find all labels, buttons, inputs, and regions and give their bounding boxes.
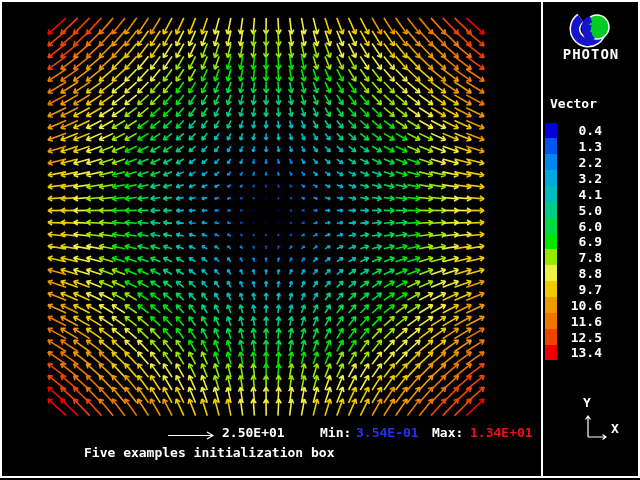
legend-entry: 12.5 [545,329,602,345]
legend-swatch [545,265,557,282]
legend-value: 11.6 [557,314,602,329]
legend-swatch [545,186,557,203]
legend-swatch [545,329,557,346]
legend-swatch [545,281,557,298]
legend-entry: 4.1 [545,186,602,202]
legend-swatch [545,138,557,155]
x-axis-label: X [611,422,619,436]
legend-value: 9.7 [557,282,602,297]
photon-app-window: PHOTON Vector 0.41.32.23.24.15.06.06.97.… [0,0,640,480]
legend-value: 5.0 [557,203,602,218]
legend-swatch [545,123,557,140]
axis-arrows-icon [582,412,610,440]
photon-logo-label: PHOTON [543,47,639,61]
legend-entry: 2.2 [545,155,602,171]
reference-arrow-icon [167,430,217,440]
legend-entry: 11.6 [545,313,602,329]
legend-value: 12.5 [557,330,602,345]
reference-arrow-value: 2.50E+01 [222,426,285,440]
window-border [0,0,640,478]
legend-entry: 7.8 [545,250,602,266]
color-legend: 0.41.32.23.24.15.06.06.97.88.89.710.611.… [545,123,602,361]
legend-value: 4.1 [557,187,602,202]
legend-swatch [545,218,557,235]
sidebar-divider [541,2,543,476]
legend-value: 6.9 [557,234,602,249]
legend-swatch [545,345,557,362]
legend-entry: 8.8 [545,266,602,282]
legend-value: 1.3 [557,139,602,154]
legend-entry: 9.7 [545,282,602,298]
legend-value: 3.2 [557,171,602,186]
legend-entry: 3.2 [545,171,602,187]
legend-entry: 13.4 [545,345,602,361]
min-label: Min: [320,426,351,440]
y-axis-label: Y [583,396,591,410]
legend-swatch [545,297,557,314]
min-value: 3.54E-01 [356,426,419,440]
legend-entry: 10.6 [545,297,602,313]
legend-entry: 5.0 [545,202,602,218]
legend-entry: 6.9 [545,234,602,250]
legend-swatch [545,313,557,330]
legend-value: 0.4 [557,123,602,138]
photon-logo-icon [569,10,613,48]
plot-caption: Five examples initialization box [84,446,334,460]
max-label: Max: [432,426,463,440]
legend-value: 13.4 [557,345,602,360]
legend-swatch [545,249,557,266]
legend-swatch [545,202,557,219]
legend-title: Vector [550,97,597,111]
max-value: 1.34E+01 [470,426,533,440]
legend-swatch [545,234,557,251]
legend-entry: 6.0 [545,218,602,234]
legend-entry: 0.4 [545,123,602,139]
legend-swatch [545,170,557,187]
legend-value: 2.2 [557,155,602,170]
legend-entry: 1.3 [545,139,602,155]
legend-value: 10.6 [557,298,602,313]
legend-swatch [545,154,557,171]
legend-value: 6.0 [557,219,602,234]
legend-value: 7.8 [557,250,602,265]
legend-value: 8.8 [557,266,602,281]
